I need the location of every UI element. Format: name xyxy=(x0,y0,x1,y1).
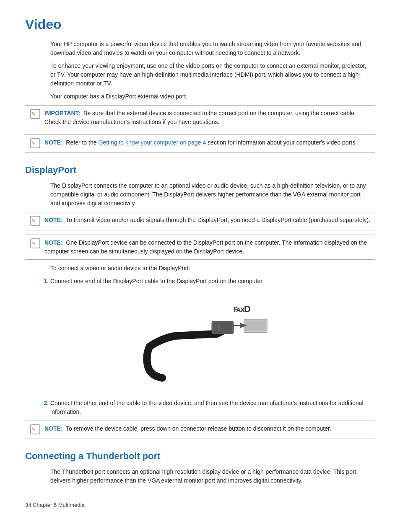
displayport-para: The DisplayPort connects the computer to… xyxy=(50,181,366,208)
page-footer: 34 Chapter 5 Multimedia xyxy=(25,502,375,508)
intro-para-1: Your HP computer is a powerful video dev… xyxy=(50,40,366,57)
note-refer-link[interactable]: Getting to know your computer on page 4 xyxy=(98,139,206,146)
dp-note3-box: ✎ NOTE: To remove the device cable, pres… xyxy=(25,421,375,439)
svg-text:℻D: ℻D xyxy=(234,304,250,314)
intro-para-2: To enhance your viewing enjoyment, use o… xyxy=(50,62,366,88)
important-label: IMPORTANT: xyxy=(44,110,80,116)
page-title: Video xyxy=(25,17,375,32)
note-refer-icon: ✎ xyxy=(29,137,41,149)
dp-note2-icon: ✎ xyxy=(29,238,41,249)
note-refer-box: ✎ NOTE: Refer to the Getting to know you… xyxy=(25,134,375,153)
important-note-content: IMPORTANT: Be sure that the external dev… xyxy=(44,109,371,127)
note-refer-text-after: section for information about your compu… xyxy=(206,139,357,146)
note-refer-text-before: Refer to the xyxy=(66,139,98,146)
dp-note1-content: NOTE: To transmit video and/or audio sig… xyxy=(44,216,371,225)
dp-note2-text: One DisplayPort device can be connected … xyxy=(44,239,367,255)
displayport-image: ℻D xyxy=(42,294,375,390)
important-icon: ✎ xyxy=(29,108,41,120)
note-refer-content: NOTE: Refer to the Getting to know your … xyxy=(44,138,371,147)
dp-note3-icon: ✎ xyxy=(29,424,41,435)
intro-para-3: Your computer has a DisplayPort external… xyxy=(50,92,366,101)
important-note-text: Be sure that the external device is conn… xyxy=(44,110,356,125)
svg-rect-13 xyxy=(213,323,232,333)
thunderbolt-title: Connecting a Thunderbolt port xyxy=(25,451,375,462)
svg-rect-10 xyxy=(245,320,266,331)
svg-text:✎: ✎ xyxy=(31,218,36,224)
dp-note3-content: NOTE: To remove the device cable, press … xyxy=(44,424,371,433)
step-1: Connect one end of the DisplayPort cable… xyxy=(50,277,366,286)
note-refer-label: NOTE: xyxy=(44,139,63,146)
dp-note3-text: To remove the device cable, press down o… xyxy=(66,425,331,432)
displayport-title: DisplayPort xyxy=(25,165,375,176)
thunderbolt-para: The Thunderbolt port connects an optiona… xyxy=(50,467,366,485)
steps-list: Connect one end of the DisplayPort cable… xyxy=(50,277,366,286)
dp-note1-icon: ✎ xyxy=(29,215,41,227)
steps-list-2: Connect the other end of the cable to th… xyxy=(50,399,366,416)
dp-note1-text: To transmit video and/or audio signals t… xyxy=(66,217,370,223)
connect-intro: To connect a video or audio device to th… xyxy=(50,264,366,273)
important-note-box: ✎ IMPORTANT: Be sure that the external d… xyxy=(25,105,375,130)
dp-note2-box: ✎ NOTE: One DisplayPort device can be co… xyxy=(25,235,375,260)
dp-note1-box: ✎ NOTE: To transmit video and/or audio s… xyxy=(25,212,375,230)
step-2: Connect the other end of the cable to th… xyxy=(50,399,366,416)
dp-note3-label: NOTE: xyxy=(44,425,63,432)
svg-text:✎: ✎ xyxy=(31,240,36,247)
dp-note2-content: NOTE: One DisplayPort device can be conn… xyxy=(44,238,371,256)
svg-text:✎: ✎ xyxy=(31,426,36,433)
dp-note2-label: NOTE: xyxy=(44,239,63,246)
dp-connector-illustration: ℻D xyxy=(137,296,280,388)
dp-note1-label: NOTE: xyxy=(44,217,63,223)
svg-text:✎: ✎ xyxy=(31,111,36,117)
svg-text:✎: ✎ xyxy=(31,140,36,147)
